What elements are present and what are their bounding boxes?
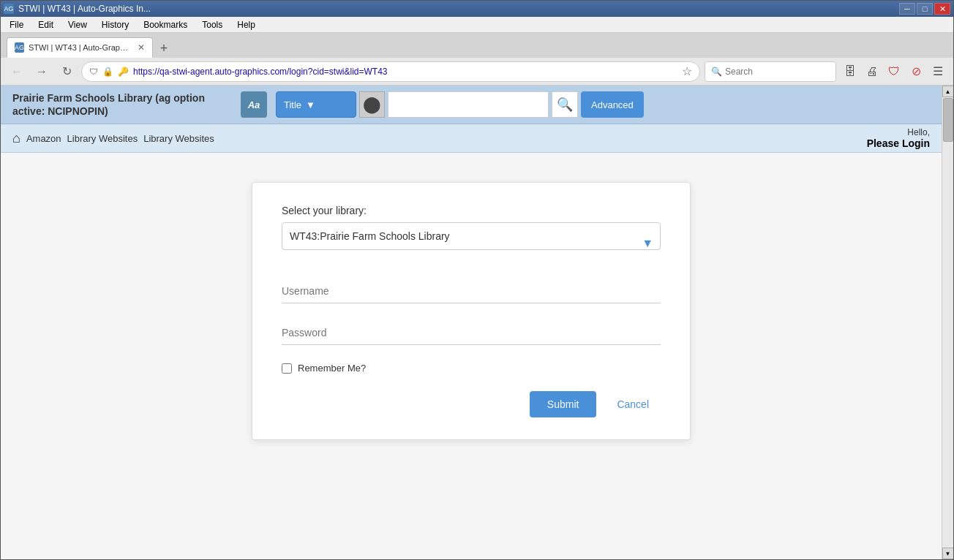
site-nav: ⌂ Amazon Library Websites Library Websit… xyxy=(1,124,942,153)
dialog-actions: Submit Cancel xyxy=(282,391,661,417)
title-bar-left: AG STWI | WT43 | Auto-Graphics In... xyxy=(4,4,151,14)
search-magnifier-icon: 🔍 xyxy=(557,97,573,113)
scrollbar-track xyxy=(942,97,954,548)
site-search-input[interactable] xyxy=(388,91,549,118)
menu-file[interactable]: File xyxy=(4,18,29,31)
username-input[interactable] xyxy=(282,279,661,303)
window-title: STWI | WT43 | Auto-Graphics In... xyxy=(18,4,151,14)
menu-history[interactable]: History xyxy=(96,18,135,31)
search-icon: 🔍 xyxy=(711,67,722,77)
nav-link-amazon[interactable]: Amazon xyxy=(26,133,61,144)
cancel-button[interactable]: Cancel xyxy=(605,391,661,417)
close-button[interactable]: ✕ xyxy=(934,3,950,15)
search-area: Title ▼ ⬤ 🔍 Advanced xyxy=(276,91,930,118)
toolbar-icons: 🗄 🖨 🛡 ⊘ ☰ xyxy=(841,62,947,81)
browser-toolbar: ← → ↻ 🛡 🔒 🔑 ☆ 🔍 🗄 🖨 🛡 ⊘ ☰ xyxy=(1,58,953,86)
scrollbar-thumb[interactable] xyxy=(943,98,953,142)
nav-link-library-websites-1[interactable]: Library Websites xyxy=(67,133,138,144)
pocket-icon[interactable]: 🗄 xyxy=(841,62,860,81)
page-content: Prairie Farm Schools Library (ag option … xyxy=(1,86,953,559)
library-select-wrapper: WT43:Prairie Farm Schools Library ▼ xyxy=(282,222,661,265)
database-icon[interactable]: ⬤ xyxy=(359,91,385,118)
remember-me-container: Remember Me? xyxy=(282,363,661,374)
site-title: Prairie Farm Schools Library (ag option … xyxy=(12,91,232,118)
lock-icon: 🔒 xyxy=(102,67,113,77)
favicon: AG xyxy=(4,4,14,14)
browser-search-input[interactable] xyxy=(725,67,813,77)
key-icon: 🔑 xyxy=(118,67,129,77)
forward-button[interactable]: → xyxy=(31,61,52,82)
scrollbar-down-button[interactable]: ▼ xyxy=(942,548,954,559)
active-tab[interactable]: AG STWI | WT43 | Auto-Graphics In... ✕ xyxy=(7,37,153,58)
menu-bookmarks[interactable]: Bookmarks xyxy=(138,18,193,31)
scrollbar-up-button[interactable]: ▲ xyxy=(942,86,954,97)
please-login-text[interactable]: Please Login xyxy=(867,137,930,149)
advanced-search-button[interactable]: Advanced xyxy=(581,91,644,118)
refresh-button[interactable]: ↻ xyxy=(56,61,77,82)
search-type-dropdown[interactable]: Title ▼ xyxy=(276,91,356,118)
bookmark-star-icon[interactable]: ☆ xyxy=(682,64,692,78)
site-header: Prairie Farm Schools Library (ag option … xyxy=(1,86,942,124)
library-select[interactable]: WT43:Prairie Farm Schools Library xyxy=(282,222,661,250)
shield-icon: 🛡 xyxy=(89,67,98,77)
user-info: Hello, Please Login xyxy=(867,127,930,149)
address-bar[interactable]: 🛡 🔒 🔑 ☆ xyxy=(81,61,700,82)
password-input[interactable] xyxy=(282,321,661,345)
tab-title: STWI | WT43 | Auto-Graphics In... xyxy=(29,43,130,52)
home-icon[interactable]: ⌂ xyxy=(12,131,20,146)
menu-view[interactable]: View xyxy=(62,18,93,31)
tab-favicon: AG xyxy=(15,42,24,53)
tab-close-button[interactable]: ✕ xyxy=(138,42,145,53)
search-type-label: Title xyxy=(284,99,301,110)
logo-letters: Aa xyxy=(248,99,260,110)
site-search-button[interactable]: 🔍 xyxy=(552,91,578,118)
login-dialog: Select your library: WT43:Prairie Farm S… xyxy=(252,182,691,440)
shield2-icon[interactable]: ⊘ xyxy=(906,62,925,81)
maximize-button[interactable]: □ xyxy=(917,3,933,15)
browser-search-box: 🔍 xyxy=(705,61,836,82)
page-body: Select your library: WT43:Prairie Farm S… xyxy=(1,153,942,559)
user-greeting: Hello, xyxy=(867,127,930,137)
submit-button[interactable]: Submit xyxy=(530,391,597,417)
remember-me-label: Remember Me? xyxy=(298,363,366,374)
menu-hamburger-icon[interactable]: ☰ xyxy=(928,62,947,81)
back-button[interactable]: ← xyxy=(7,61,27,82)
title-bar: AG STWI | WT43 | Auto-Graphics In... ─ □… xyxy=(1,1,953,17)
site-logo-icon: Aa xyxy=(241,91,267,118)
scrollbar: ▲ ▼ xyxy=(942,86,953,559)
url-input[interactable] xyxy=(133,67,677,77)
addon-icon[interactable]: 🛡 xyxy=(884,62,904,81)
menu-bar: File Edit View History Bookmarks Tools H… xyxy=(1,17,953,33)
remember-me-checkbox[interactable] xyxy=(282,363,292,374)
nav-link-library-websites-2[interactable]: Library Websites xyxy=(143,133,214,144)
website-area: Prairie Farm Schools Library (ag option … xyxy=(1,86,942,559)
library-select-label: Select your library: xyxy=(282,205,661,216)
minimize-button[interactable]: ─ xyxy=(899,3,915,15)
print-icon[interactable]: 🖨 xyxy=(863,62,882,81)
window-controls: ─ □ ✕ xyxy=(899,3,950,15)
menu-edit[interactable]: Edit xyxy=(32,18,59,31)
menu-help[interactable]: Help xyxy=(231,18,261,31)
new-tab-button[interactable]: + xyxy=(154,39,173,58)
tabs-bar: AG STWI | WT43 | Auto-Graphics In... ✕ + xyxy=(1,33,953,58)
menu-tools[interactable]: Tools xyxy=(196,18,228,31)
browser-window: AG STWI | WT43 | Auto-Graphics In... ─ □… xyxy=(0,0,954,560)
chevron-down-icon: ▼ xyxy=(306,99,315,110)
